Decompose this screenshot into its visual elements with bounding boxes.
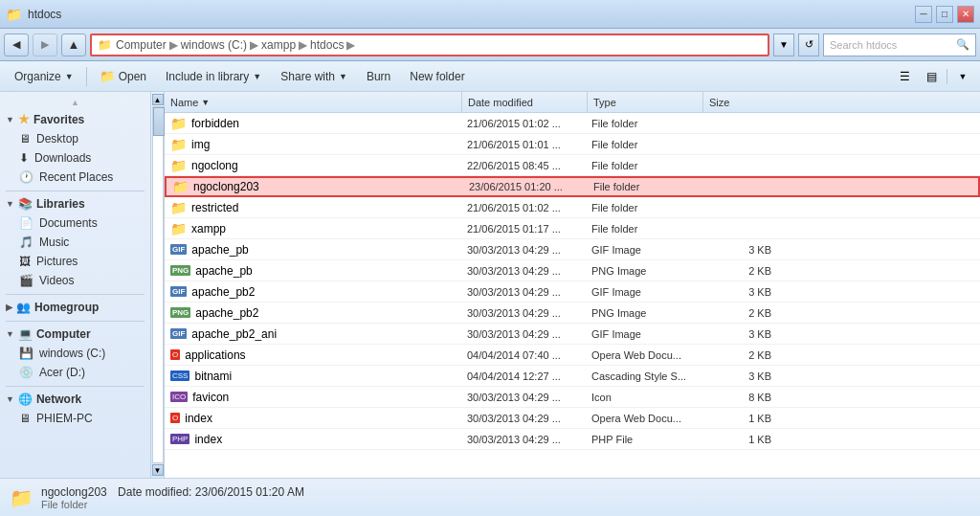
table-row[interactable]: 📁 ngoclong 22/06/2015 08:45 ... File fol…: [165, 155, 980, 176]
share-with-label: Share with: [280, 70, 335, 83]
file-size: 2 KB: [701, 307, 777, 319]
file-size: 1 KB: [701, 434, 777, 445]
view-list-button[interactable]: ☰: [893, 65, 916, 88]
recent-icon: 🕐: [19, 170, 33, 184]
table-row[interactable]: 📁 xampp 21/06/2015 01:17 ... File folder: [165, 218, 980, 239]
new-folder-button[interactable]: New folder: [401, 64, 473, 89]
file-date: 21/06/2015 01:02 ...: [461, 202, 586, 213]
toolbar-separator-1: [86, 67, 87, 86]
file-name: O index: [165, 412, 461, 425]
file-name: CSS bitnami: [165, 370, 461, 383]
homegroup-header[interactable]: ▶ 👥 Homegroup: [0, 298, 150, 317]
maximize-button[interactable]: □: [936, 6, 953, 23]
main-area: ▲ ▼ ★ Favorites 🖥 Desktop ⬇ Downloads 🕐 …: [0, 92, 980, 478]
file-type: File folder: [586, 139, 701, 150]
sidebar-scroll-up[interactable]: ▲: [152, 94, 164, 105]
column-headers: Name ▼ Date modified Type Size: [165, 92, 980, 113]
music-label: Music: [39, 236, 69, 249]
address-dropdown-button[interactable]: ▼: [773, 34, 794, 56]
search-icon[interactable]: 🔍: [956, 38, 969, 51]
sidebar-item-downloads[interactable]: ⬇ Downloads: [0, 148, 150, 168]
favorites-header[interactable]: ▼ ★ Favorites: [0, 109, 150, 129]
close-button[interactable]: ✕: [957, 6, 974, 23]
col-header-date[interactable]: Date modified: [462, 97, 587, 108]
sidebar-item-acer-d[interactable]: 💿 Acer (D:): [0, 363, 150, 382]
sidebar-item-music[interactable]: 🎵 Music: [0, 233, 150, 252]
favorites-star-icon: ★: [18, 112, 30, 126]
table-row[interactable]: GIF apache_pb2_ani 30/03/2013 04:29 ... …: [165, 324, 980, 345]
refresh-button[interactable]: ↺: [798, 34, 819, 56]
libraries-header[interactable]: ▼ 📚 Libraries: [0, 194, 150, 213]
open-label: Open: [119, 70, 146, 83]
address-path[interactable]: 📁 Computer ▶ windows (C:) ▶ xampp ▶ htdo…: [90, 34, 769, 56]
computer-arrow: ▼: [6, 329, 14, 339]
sidebar-item-phiem-pc[interactable]: 🖥 PHIEM-PC: [0, 409, 150, 428]
table-row[interactable]: 📁 restricted 21/06/2015 01:02 ... File f…: [165, 197, 980, 218]
phiem-pc-icon: 🖥: [19, 412, 31, 425]
folder-icon: 📁: [170, 221, 187, 236]
file-type: GIF Image: [586, 244, 701, 256]
videos-icon: 🎬: [19, 274, 33, 287]
network-header[interactable]: ▼ 🌐 Network: [0, 390, 150, 409]
organize-dropdown-icon: ▼: [65, 72, 74, 81]
sidebar-scroll-thumb[interactable]: [153, 107, 165, 136]
view-details-button[interactable]: ▤: [920, 65, 943, 88]
sidebar-scrollbar[interactable]: ▲ ▼: [151, 92, 165, 478]
sidebar-item-recent[interactable]: 🕐 Recent Places: [0, 168, 150, 187]
col-header-name[interactable]: Name ▼: [165, 97, 461, 108]
file-list: 📁 forbidden 21/06/2015 01:02 ... File fo…: [165, 113, 980, 478]
up-button[interactable]: ▲: [61, 34, 86, 56]
table-row[interactable]: PNG apache_pb2 30/03/2013 04:29 ... PNG …: [165, 303, 980, 324]
path-htdocs[interactable]: htdocs: [310, 38, 344, 52]
sidebar-item-windows-c[interactable]: 💾 windows (C:): [0, 344, 150, 363]
file-type: PNG Image: [586, 265, 701, 277]
folder-icon: 📁: [170, 200, 187, 215]
organize-button[interactable]: Organize ▼: [6, 64, 82, 89]
table-row[interactable]: GIF apache_pb 30/03/2013 04:29 ... GIF I…: [165, 239, 980, 260]
table-row[interactable]: O applications 04/04/2014 07:40 ... Oper…: [165, 345, 980, 366]
back-button[interactable]: ◀: [4, 34, 29, 56]
sidebar-scroll-track: [152, 106, 164, 463]
file-name: 📁 xampp: [165, 221, 461, 236]
sidebar-item-videos[interactable]: 🎬 Videos: [0, 271, 150, 290]
homegroup-icon: 👥: [16, 301, 31, 314]
forward-button[interactable]: ▶: [33, 34, 57, 56]
search-box[interactable]: Search htdocs 🔍: [823, 34, 976, 56]
col-header-size[interactable]: Size: [703, 97, 780, 108]
view-dropdown-button[interactable]: ▼: [951, 65, 974, 88]
sidebar-scroll-down[interactable]: ▼: [152, 464, 164, 476]
open-button[interactable]: 📁 Open: [91, 64, 155, 89]
table-row[interactable]: 📁 forbidden 21/06/2015 01:02 ... File fo…: [165, 113, 980, 134]
file-size: 3 KB: [701, 328, 777, 340]
path-xampp[interactable]: xampp: [261, 38, 296, 52]
table-row[interactable]: 📁 ngoclong203 23/06/2015 01:20 ... File …: [165, 176, 980, 197]
file-size: 2 KB: [701, 349, 777, 361]
table-row[interactable]: CSS bitnami 04/04/2014 12:27 ... Cascadi…: [165, 366, 980, 387]
windows-c-icon: 💾: [19, 347, 33, 360]
path-computer[interactable]: Computer: [116, 38, 167, 52]
table-row[interactable]: GIF apache_pb2 30/03/2013 04:29 ... GIF …: [165, 281, 980, 303]
sidebar-item-documents[interactable]: 📄 Documents: [0, 213, 150, 233]
sidebar-item-desktop[interactable]: 🖥 Desktop: [0, 129, 150, 148]
path-drive[interactable]: windows (C:): [181, 38, 247, 52]
organize-label: Organize: [14, 70, 61, 83]
file-size: 3 KB: [701, 370, 777, 382]
table-row[interactable]: ICO favicon 30/03/2013 04:29 ... Icon 8 …: [165, 387, 980, 408]
computer-header[interactable]: ▼ 💻 Computer: [0, 325, 150, 344]
minimize-button[interactable]: ─: [915, 6, 932, 23]
table-row[interactable]: O index 30/03/2013 04:29 ... Opera Web D…: [165, 408, 980, 429]
scroll-up-area: ▲: [0, 96, 150, 109]
table-row[interactable]: PHP index 30/03/2013 04:29 ... PHP File …: [165, 429, 980, 450]
sidebar-item-pictures[interactable]: 🖼 Pictures: [0, 252, 150, 271]
table-row[interactable]: 📁 img 21/06/2015 01:01 ... File folder: [165, 134, 980, 155]
favorites-label: Favorites: [33, 113, 84, 126]
file-area: Name ▼ Date modified Type Size 📁 forbidd…: [165, 92, 980, 478]
table-row[interactable]: PNG apache_pb 30/03/2013 04:29 ... PNG I…: [165, 260, 980, 281]
col-header-type[interactable]: Type: [588, 97, 702, 108]
share-with-button[interactable]: Share with ▼: [272, 64, 356, 89]
sidebar-divider-2: [6, 294, 145, 295]
png-icon: PNG: [170, 265, 190, 276]
burn-button[interactable]: Burn: [358, 64, 399, 89]
file-type: Opera Web Docu...: [586, 413, 701, 424]
include-library-button[interactable]: Include in library ▼: [157, 64, 270, 89]
